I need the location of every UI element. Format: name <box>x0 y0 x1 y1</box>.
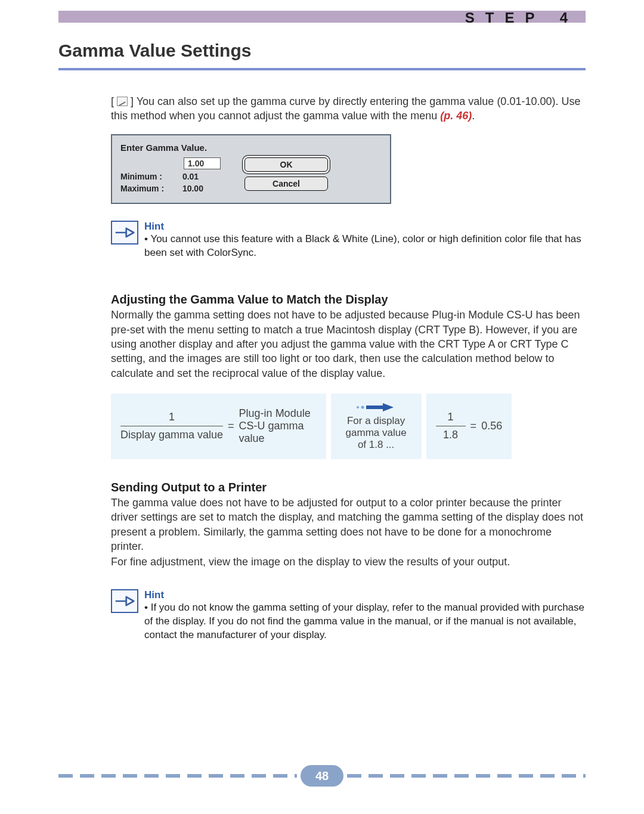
ok-button[interactable]: OK <box>244 157 328 172</box>
hint-box-2: Hint If you do not know the gamma settin… <box>111 589 586 642</box>
frac-right-bottom: 1.8 <box>436 426 466 441</box>
formula-result: 0.56 <box>481 420 502 432</box>
svg-point-1 <box>361 406 364 408</box>
hint-title: Hint <box>144 221 586 233</box>
hint-title: Hint <box>144 589 586 601</box>
printer-body1: The gamma value does not have to be adju… <box>111 496 586 553</box>
page-number-badge: 48 <box>301 765 343 787</box>
hint-arrow-icon <box>111 221 138 244</box>
footer-dash-left <box>58 774 297 778</box>
svg-rect-2 <box>366 406 383 409</box>
frac-left-bottom: Display gamma value <box>120 426 223 441</box>
gamma-value-input[interactable]: 1.00 <box>184 157 221 169</box>
formula-left: 1 Display gamma value = Plug-in Module C… <box>111 394 326 459</box>
hint-arrow-icon <box>111 589 138 613</box>
page-footer: 48 <box>58 765 586 787</box>
page-title: Gamma Value Settings <box>58 41 586 68</box>
printer-body2: For fine adjustment, view the image on t… <box>111 555 586 569</box>
maximum-value: 10.00 <box>182 184 203 193</box>
intro-text: ] You can also set up the gamma curve by… <box>111 95 580 122</box>
arrow-right-icon <box>355 402 397 413</box>
cancel-button[interactable]: Cancel <box>244 177 328 191</box>
intro-period: . <box>472 110 475 122</box>
svg-point-0 <box>357 406 359 408</box>
footer-dash-right <box>347 774 586 778</box>
equals-1: = <box>223 420 239 432</box>
maximum-label: Maximum : <box>120 184 180 193</box>
hint-box-1: Hint You cannot use this feature with a … <box>111 221 586 260</box>
minimum-value: 0.01 <box>182 172 199 181</box>
printer-heading: Sending Output to a Printer <box>111 481 586 494</box>
enter-gamma-dialog: Enter Gamma Value. 1.00 Minimum : 0.01 M… <box>111 134 391 204</box>
formula-right: 1 1.8 = 0.56 <box>426 394 512 459</box>
equals-2: = <box>466 420 482 432</box>
arrow-caption: For a display gamma value of 1.8 ... <box>340 415 412 451</box>
adjusting-heading: Adjusting the Gamma Value to Match the D… <box>111 293 586 307</box>
frac-right-top: 1 <box>436 411 466 426</box>
dialog-title: Enter Gamma Value. <box>120 143 382 153</box>
step-label: STEP 4 <box>465 10 578 26</box>
hint-1-text: You cannot use this feature with a Black… <box>144 233 581 258</box>
minimum-label: Minimum : <box>120 172 180 181</box>
formula-arrow-box: For a display gamma value of 1.8 ... <box>331 394 422 459</box>
intro-paragraph: [ ] You can also set up the gamma curve … <box>111 94 586 123</box>
page-reference-link[interactable]: (p. 46) <box>440 110 472 122</box>
adjusting-body: Normally the gamma setting does not have… <box>111 308 586 380</box>
formula-row: 1 Display gamma value = Plug-in Module C… <box>111 394 586 459</box>
hint-2-text: If you do not know the gamma setting of … <box>144 602 584 640</box>
header-bar: STEP 4 <box>58 11 586 23</box>
title-rule <box>58 68 586 70</box>
frac-left-top: 1 <box>120 411 223 426</box>
formula-mid: Plug-in Module CS-U gamma value <box>239 407 317 445</box>
gamma-curve-icon <box>117 97 128 106</box>
